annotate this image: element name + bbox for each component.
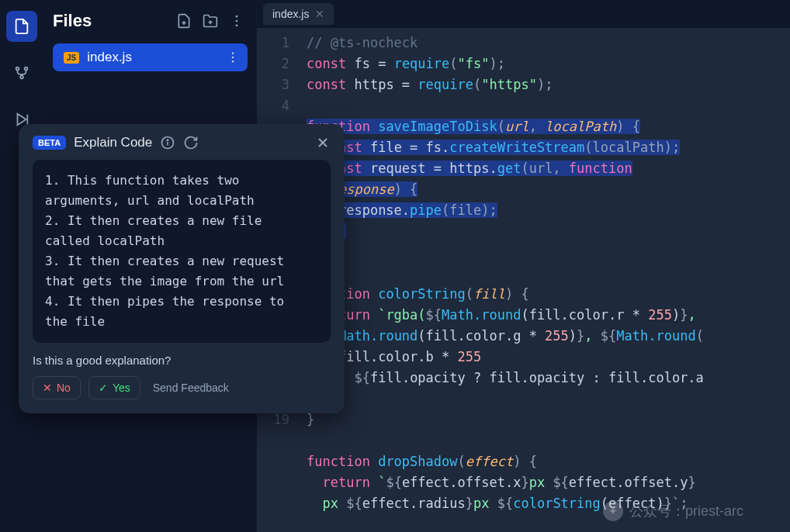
svg-point-17 [168,140,168,140]
new-file-icon[interactable] [176,13,192,29]
send-feedback-link[interactable]: Send Feedback [153,382,229,394]
close-icon[interactable] [315,135,331,150]
svg-marker-3 [18,114,26,126]
tab-index-js[interactable]: index.js ✕ [263,3,334,25]
svg-point-1 [25,67,28,71]
beta-badge: BETA [33,136,66,150]
tab-label: index.js [272,8,309,20]
feedback-question: Is this a good explanation? [33,354,331,367]
vcs-btn[interactable] [6,57,37,88]
refresh-icon[interactable] [183,135,199,150]
files-btn[interactable] [6,11,37,42]
svg-point-13 [232,57,234,58]
explain-code-panel: BETA Explain Code 1. This function takes… [19,124,345,413]
svg-point-12 [232,53,234,54]
tab-bar: index.js ✕ [257,0,790,28]
info-icon[interactable] [160,135,175,150]
sidebar-title: Files [53,11,92,31]
file-more-icon[interactable] [226,50,240,64]
feedback-yes-button[interactable]: ✓ Yes [88,376,140,399]
svg-point-11 [236,25,238,27]
explanation-body: 1. This function takes two arguments, ur… [33,160,331,343]
code-lines: // @ts-nocheck const fs = require("fs");… [303,33,790,532]
svg-point-10 [236,20,238,22]
feedback-no-button[interactable]: ✕ No [33,376,81,399]
branch-icon [13,64,30,81]
file-tree-item[interactable]: JS index.js [53,43,248,71]
js-badge-icon: JS [64,52,79,64]
svg-point-0 [16,67,19,71]
file-name: index.js [87,50,132,65]
svg-point-14 [232,60,234,62]
more-icon[interactable] [229,13,244,29]
svg-point-2 [20,76,23,79]
svg-point-9 [236,16,238,18]
new-folder-icon[interactable] [203,13,218,29]
panel-title: Explain Code [74,135,152,150]
file-icon [13,18,30,35]
close-icon[interactable]: ✕ [315,8,324,20]
